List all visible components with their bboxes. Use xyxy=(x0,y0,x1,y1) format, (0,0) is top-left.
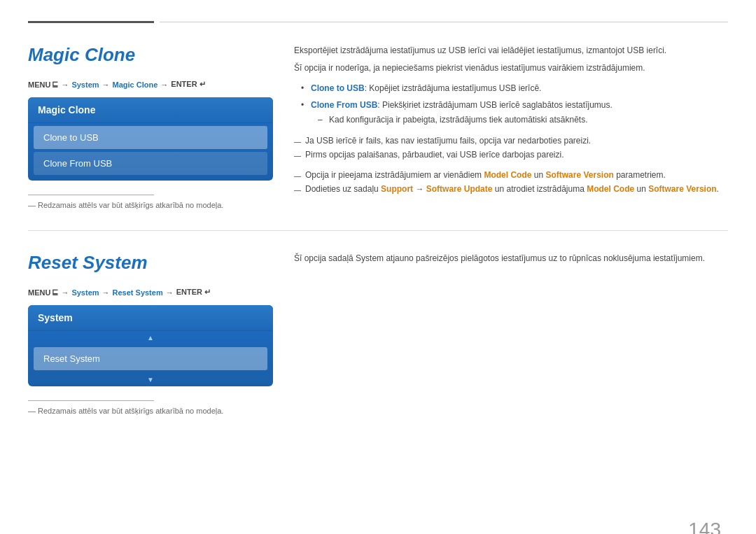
bullet-item-2: Clone From USB: Piekšķiriet izstrādājuma… xyxy=(301,99,728,127)
magic-clone-divider xyxy=(28,195,154,195)
page-number: 143 xyxy=(688,519,721,534)
clone-from-usb-item[interactable]: Clone From USB xyxy=(34,152,267,175)
menu-label: MENU xyxy=(28,80,50,89)
reset-system-left: Reset System MENU ⊑ → System → Reset Sys… xyxy=(28,252,273,415)
page-container: Magic Clone MENU ⊑ → System → Magic Clon… xyxy=(0,21,756,534)
intro-line-1: Eksportējiet izstrādājuma iestatījumus u… xyxy=(294,44,728,57)
top-line-dark xyxy=(28,21,154,23)
bullet-list: Clone to USB: Kopējiet izstrādājuma iest… xyxy=(301,82,728,127)
reset-system-note: — Redzamais attēls var būt atšķirīgs atk… xyxy=(28,407,273,415)
note-prefix-1: Opcija ir pieejama izstrādājumiem ar vie… xyxy=(305,170,484,180)
sw-version-label-1: Software Version xyxy=(545,170,613,180)
section-separator xyxy=(28,230,728,231)
clone-from-usb-desc: : Piekšķiriet izstrādājumam USB ierīcē s… xyxy=(377,100,612,110)
clone-to-usb-item[interactable]: Clone to USB xyxy=(34,126,267,149)
arrow-up-container: ▲ xyxy=(28,331,273,344)
reset-system-divider xyxy=(28,400,154,401)
model-code-label-2: Model Code xyxy=(587,184,634,194)
bullet-item-1: Clone to USB: Kopējiet izstrādājuma iest… xyxy=(301,82,728,95)
dash-item-2: Pirms opcijas palaišanas, pārbaudiet, va… xyxy=(294,148,728,162)
arrow-up-icon: ▲ xyxy=(147,334,154,342)
note-item-1: Opcija ir pieejama izstrādājumiem ar vie… xyxy=(294,168,728,182)
reset-menu-feature: Reset System xyxy=(113,288,163,297)
reset-system-item[interactable]: Reset System xyxy=(34,347,267,370)
reset-menu-label: MENU xyxy=(28,288,50,297)
magic-clone-right: Eksportējiet izstrādājuma iestatījumus u… xyxy=(294,44,728,209)
reset-system-section: Reset System MENU ⊑ → System → Reset Sys… xyxy=(0,252,756,415)
reset-system-right: Šī opcija sadaļā System atjauno pašreizē… xyxy=(294,252,728,415)
magic-clone-title: Magic Clone xyxy=(28,44,273,66)
reset-box-header: System xyxy=(28,305,273,331)
magic-clone-left: Magic Clone MENU ⊑ → System → Magic Clon… xyxy=(28,44,273,209)
clone-from-usb-label: Clone From USB xyxy=(311,100,377,110)
clone-to-usb-desc: : Kopējiet izstrādājuma iestatījumus USB… xyxy=(365,83,542,93)
support-label: Support xyxy=(381,184,413,194)
note-item-2: Dodieties uz sadaļu Support → Software U… xyxy=(294,182,728,196)
magic-clone-ui-box: Magic Clone Clone to USB Clone From USB xyxy=(28,97,273,181)
magic-clone-note: — Redzamais attēls var būt atšķirīgs atk… xyxy=(28,201,273,209)
reset-system-ui-box: System ▲ Reset System ▼ xyxy=(28,305,273,386)
reset-description: Šī opcija sadaļā System atjauno pašreizē… xyxy=(294,252,728,265)
magic-clone-box-header: Magic Clone xyxy=(28,97,273,123)
menu-enter: ENTER ↵ xyxy=(171,80,205,89)
model-code-label-1: Model Code xyxy=(484,170,531,180)
top-lines xyxy=(0,21,756,23)
software-update-label: Software Update xyxy=(426,184,493,194)
sw-version-label-2: Software Version xyxy=(648,184,716,194)
arrow-down-icon: ▼ xyxy=(147,376,154,384)
intro-line-2: Šī opcija ir noderīga, ja nepieciešams p… xyxy=(294,62,728,75)
sub-item-1: Kad konfigurācija ir pabeigta, izstrādāj… xyxy=(318,113,728,127)
top-line-light xyxy=(160,22,728,22)
note-list: Opcija ir pieejama izstrādājumiem ar vie… xyxy=(294,168,728,197)
sub-list: Kad konfigurācija ir pabeigta, izstrādāj… xyxy=(318,113,728,127)
dash-item-1: Ja USB ierīcē ir fails, kas nav iestatīj… xyxy=(294,134,728,148)
menu-feature: Magic Clone xyxy=(113,80,158,89)
dash-list: Ja USB ierīcē ir fails, kas nav iestatīj… xyxy=(294,134,728,162)
menu-system: System xyxy=(71,80,99,89)
arrow-down-container: ▼ xyxy=(28,373,273,386)
reset-system-title: Reset System xyxy=(28,252,273,274)
magic-clone-section: Magic Clone MENU ⊑ → System → Magic Clon… xyxy=(0,44,756,209)
clone-to-usb-label: Clone to USB xyxy=(311,83,365,93)
reset-menu-enter: ENTER ↵ xyxy=(176,288,211,297)
magic-clone-menu-path: MENU ⊑ → System → Magic Clone → ENTER ↵ xyxy=(28,80,273,89)
reset-menu-system: System xyxy=(71,288,99,297)
reset-system-menu-path: MENU ⊑ → System → Reset System → ENTER ↵ xyxy=(28,288,273,297)
